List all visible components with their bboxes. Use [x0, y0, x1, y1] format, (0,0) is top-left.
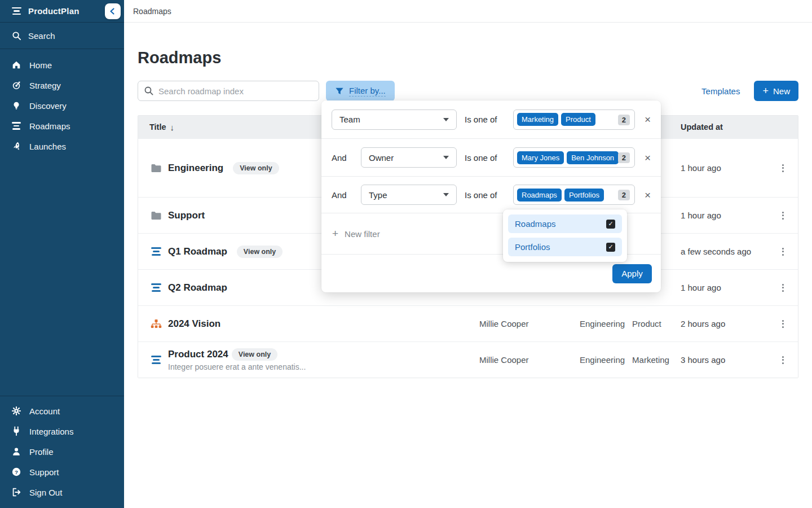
sign-out-icon [11, 487, 21, 497]
filter-chip[interactable]: Roadmaps [517, 189, 562, 202]
folder-icon [151, 211, 162, 221]
view-only-badge: View only [233, 162, 279, 174]
roadmap-icon [151, 283, 162, 292]
toolbar: Filter by... Templates + New [138, 81, 798, 101]
row-menu-kebab-icon[interactable] [780, 318, 786, 330]
new-button-label: New [773, 86, 790, 96]
sidebar-item-launches[interactable]: Launches [0, 136, 124, 156]
templates-link[interactable]: Templates [701, 86, 740, 96]
roadmap-icon [151, 247, 162, 256]
filter-by-button[interactable]: Filter by... [326, 81, 395, 101]
filter-popover: Team Is one of Marketing Product 2 × And… [321, 100, 661, 292]
row-updated: 3 hours ago [681, 355, 768, 365]
table-row[interactable]: 2024 Vision Millie Cooper Engineering Pr… [138, 305, 798, 341]
sidebar: ProductPlan Search Home Strategy Discove… [0, 0, 124, 508]
sidebar-item-profile[interactable]: Profile [0, 441, 124, 462]
values-input-owner[interactable]: Mary Jones Ben Johnson 2 [513, 147, 635, 168]
dropdown-option-portfolios[interactable]: Portfolios ✓ [508, 238, 622, 256]
sidebar-item-account[interactable]: Account [0, 401, 124, 421]
title-header-label: Title [149, 122, 166, 132]
sidebar-item-label: Profile [29, 447, 54, 457]
sidebar-item-integrations[interactable]: Integrations [0, 421, 124, 441]
row-title: 2024 Vision [168, 318, 220, 330]
field-select-team[interactable]: Team [332, 110, 457, 130]
chevron-left-icon [108, 7, 117, 16]
rocket-icon [11, 141, 21, 151]
sidebar-search[interactable]: Search [0, 23, 124, 49]
plug-icon [11, 426, 21, 436]
checkbox-checked-icon[interactable]: ✓ [606, 243, 615, 252]
sidebar-footer-nav: Account Integrations Profile ? Support S… [0, 396, 124, 508]
new-button[interactable]: + New [754, 81, 798, 101]
remove-filter-button[interactable]: × [645, 114, 651, 125]
row-menu-kebab-icon[interactable] [780, 246, 786, 258]
filter-chip[interactable]: Ben Johnson [567, 151, 619, 164]
plus-icon: + [332, 227, 338, 240]
checkbox-checked-icon[interactable]: ✓ [606, 220, 615, 229]
row-menu-kebab-icon[interactable] [780, 162, 786, 174]
apply-button[interactable]: Apply [612, 264, 652, 283]
sidebar-item-sign-out[interactable]: Sign Out [0, 482, 124, 502]
field-select-type[interactable]: Type [361, 185, 457, 205]
search-icon [144, 86, 154, 98]
team-label: Engineering [580, 319, 625, 329]
view-only-badge: View only [237, 246, 283, 258]
sidebar-item-label: Launches [29, 142, 66, 151]
row-menu-kebab-icon[interactable] [780, 209, 786, 222]
brand-name: ProductPlan [28, 6, 80, 16]
productplan-logo-icon [11, 6, 21, 16]
sidebar-search-label: Search [28, 31, 55, 41]
option-label: Roadmaps [515, 219, 556, 229]
filter-chip[interactable]: Mary Jones [517, 151, 564, 164]
breadcrumb: Roadmaps [133, 7, 171, 16]
and-label: And [332, 190, 361, 200]
chip-count-badge: 2 [618, 152, 630, 163]
sidebar-item-roadmaps[interactable]: Roadmaps [0, 116, 124, 136]
brand-header: ProductPlan [0, 0, 124, 23]
question-circle-icon: ? [11, 467, 21, 477]
roadmap-search [138, 81, 319, 101]
home-icon [11, 60, 21, 70]
remove-filter-button[interactable]: × [645, 190, 651, 200]
view-only-badge: View only [232, 348, 277, 361]
option-label: Portfolios [515, 242, 550, 252]
sidebar-collapse-button[interactable] [105, 3, 121, 19]
filter-chip[interactable]: Marketing [517, 113, 558, 126]
team-label: Marketing [632, 355, 669, 365]
values-input-type[interactable]: Roadmaps Portfolios 2 [513, 185, 635, 205]
remove-filter-button[interactable]: × [645, 152, 651, 163]
sidebar-item-label: Support [29, 467, 59, 477]
sidebar-item-support[interactable]: ? Support [0, 462, 124, 482]
roadmap-icon [151, 356, 162, 364]
row-owner: Millie Cooper [479, 319, 580, 329]
filter-row-team: Team Is one of Marketing Product 2 × [321, 100, 661, 139]
field-select-value: Type [369, 190, 387, 200]
row-menu-kebab-icon[interactable] [780, 282, 786, 294]
sidebar-item-discovery[interactable]: Discovery [0, 95, 124, 116]
roadmap-search-input[interactable] [138, 81, 319, 101]
sidebar-item-label: Account [29, 406, 60, 416]
filter-row-type: And Type Is one of Roadmaps Portfolios 2… [321, 177, 661, 213]
row-updated: a few seconds ago [681, 247, 768, 256]
chip-count-badge: 2 [618, 190, 630, 200]
sidebar-nav: Home Strategy Discovery Roadmaps Launche… [0, 49, 124, 156]
filter-chip[interactable]: Product [561, 113, 595, 126]
dropdown-option-roadmaps[interactable]: Roadmaps ✓ [508, 214, 622, 233]
sort-desc-icon: ↓ [170, 122, 175, 132]
sidebar-item-strategy[interactable]: Strategy [0, 75, 124, 95]
field-select-value: Owner [369, 153, 394, 163]
sidebar-item-label: Strategy [29, 81, 61, 90]
sidebar-item-home[interactable]: Home [0, 55, 124, 75]
operator-label: Is one of [465, 153, 505, 163]
row-title: Product 2024 [168, 349, 228, 360]
funnel-icon [335, 87, 344, 95]
row-menu-kebab-icon[interactable] [780, 354, 786, 366]
row-description: Integer posuere erat a ante venenatis... [168, 362, 306, 371]
portfolio-icon [151, 319, 162, 329]
table-row[interactable]: Product 2024 View only Integer posuere e… [138, 341, 798, 378]
filter-chip[interactable]: Portfolios [564, 189, 604, 202]
field-select-value: Team [339, 115, 360, 124]
team-label: Engineering [580, 355, 625, 365]
values-input-team[interactable]: Marketing Product 2 [513, 110, 635, 130]
field-select-owner[interactable]: Owner [361, 147, 457, 168]
